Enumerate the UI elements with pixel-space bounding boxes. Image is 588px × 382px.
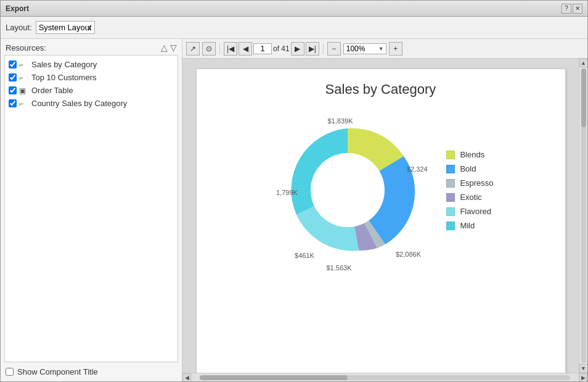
sales-by-category-label: Sales by Category [31,60,97,69]
legend-espresso: Espresso [446,178,493,188]
close-button[interactable]: ✕ [573,4,582,14]
show-component-title-label: Show Component Title [17,367,98,376]
vertical-scrollbar[interactable]: ▲ ▼ [579,59,587,373]
preview-scroll-container: Sales by Category [182,59,587,381]
legend-exotic: Exotic [446,193,493,202]
legend-label-flavored: Flavored [460,207,491,216]
layout-select[interactable]: System Layout [36,21,95,34]
top-10-customers-checkbox[interactable] [9,73,17,81]
zoom-select[interactable]: 50% 75% 100% 125% 150% 200% [343,43,386,54]
chart-icon: ⌐ [19,60,29,69]
move-down-icon[interactable]: ▽ [170,43,177,52]
next-page-button[interactable]: ▶ [291,42,304,56]
layout-label: Layout: [6,23,32,32]
donut-hole [311,153,385,227]
chart-container: $1,839K $2,324K 1,799K $461K $1,563K $2,… [267,110,493,270]
scroll-right-arrow[interactable]: ▶ [579,373,587,382]
dialog-title: Export [6,4,29,13]
legend-bold: Bold [446,164,493,173]
scroll-up-arrow[interactable]: ▲ [579,59,588,67]
scroll-down-arrow[interactable]: ▼ [579,364,588,373]
label-blends: $1,839K [328,117,354,125]
page-preview: Sales by Category [196,69,566,373]
legend-label-mild: Mild [460,221,475,230]
page-number-input[interactable] [253,43,272,54]
settings-icon[interactable]: ⊙ [202,42,216,56]
show-component-checkbox[interactable] [6,368,14,376]
sales-by-category-checkbox[interactable] [9,60,17,69]
legend-color-bold [446,165,455,173]
list-item[interactable]: ⌐ Sales by Category [5,58,178,71]
country-sales-checkbox[interactable] [9,99,17,107]
list-item[interactable]: ▣ Order Table [5,84,178,97]
layout-select-wrapper: System Layout [36,21,95,34]
legend-flavored: Flavored [446,207,493,216]
legend-mild: Mild [446,221,493,230]
legend-color-flavored [446,207,455,216]
toolbar-separator-2 [323,43,324,54]
label-exotic: $461K [295,252,314,259]
horizontal-scrollbar[interactable]: ◀ ▶ [182,373,587,381]
legend-color-espresso [446,179,455,188]
legend-label-blends: Blends [460,150,484,159]
legend-label-espresso: Espresso [460,178,493,188]
page-nav: |◀ ◀ of 41 ▶ ▶| [224,42,319,56]
show-component-row: Show Component Title [1,362,182,381]
toolbar-separator [219,43,220,54]
chart-legend: Blends Bold Espresso [446,150,493,230]
legend-color-exotic [446,193,455,202]
chart-icon: ⌐ [19,73,29,82]
legend-label-bold: Bold [460,164,476,173]
legend-color-mild [446,222,455,230]
legend-blends: Blends [446,150,493,159]
scroll-thumb-v[interactable] [581,69,586,127]
chart-icon: ⌐ [19,99,29,108]
label-1799: 1,799K [276,189,298,196]
scroll-track-v [581,69,586,363]
list-item[interactable]: ⌐ Top 10 Customers [5,71,178,84]
country-sales-label: Country Sales by Category [31,99,127,108]
preview-inner: Sales by Category [182,59,579,373]
resources-label: Resources: [6,43,46,52]
prev-page-button[interactable]: ◀ [239,42,252,56]
donut-chart: $1,839K $2,324K 1,799K $461K $1,563K $2,… [267,110,428,270]
move-up-icon[interactable]: △ [161,43,168,52]
first-page-button[interactable]: |◀ [224,42,237,56]
donut-svg: $1,839K $2,324K 1,799K $461K $1,563K $2,… [267,110,428,270]
zoom-in-button[interactable]: + [389,42,402,56]
scroll-left-arrow[interactable]: ◀ [182,373,191,382]
main-content: Resources: △ ▽ ⌐ Sales by Category ⌐ Top [1,39,587,381]
label-mild: $2,086K [396,251,422,258]
layout-row: Layout: System Layout [1,17,587,39]
preview-and-vscroll: Sales by Category [182,59,587,373]
export-icon[interactable]: ↗ [186,42,200,56]
preview-toolbar: ↗ ⊙ |◀ ◀ of 41 ▶ ▶| − 50% 75% 1 [182,39,587,59]
legend-color-blends [446,151,455,159]
title-bar-controls: ? ✕ [561,4,582,14]
chart-title: Sales by Category [325,81,436,98]
top-10-customers-label: Top 10 Customers [31,73,97,82]
export-dialog: Export ? ✕ Layout: System Layout Resourc… [0,0,588,382]
scroll-track-h [200,375,570,380]
list-item[interactable]: ⌐ Country Sales by Category [5,97,178,110]
zoom-out-button[interactable]: − [327,42,341,56]
resources-list: ⌐ Sales by Category ⌐ Top 10 Customers ▣… [4,55,178,362]
right-panel: ↗ ⊙ |◀ ◀ of 41 ▶ ▶| − 50% 75% 1 [182,39,587,381]
legend-label-exotic: Exotic [460,193,481,202]
last-page-button[interactable]: ▶| [306,42,319,56]
label-flavored: $1,563K [327,264,353,270]
title-bar: Export ? ✕ [1,1,587,17]
resources-icons: △ ▽ [161,43,177,52]
help-button[interactable]: ? [561,4,571,14]
left-panel: Resources: △ ▽ ⌐ Sales by Category ⌐ Top [1,39,182,381]
resources-header: Resources: △ ▽ [1,39,182,55]
order-table-label: Order Table [31,86,73,95]
table-icon: ▣ [19,86,29,95]
scroll-thumb-h[interactable] [200,375,348,380]
zoom-select-wrapper: 50% 75% 100% 125% 150% 200% [343,43,386,54]
order-table-checkbox[interactable] [9,86,17,94]
label-bold: $2,324K [407,165,428,173]
